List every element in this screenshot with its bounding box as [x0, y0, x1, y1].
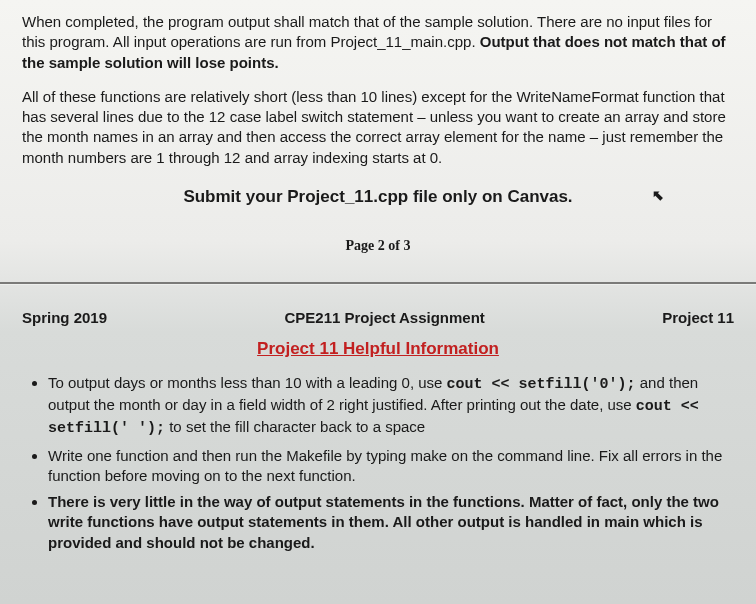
- header-term: Spring 2019: [22, 308, 107, 328]
- bullet1-text-c: to set the fill character back to a spac…: [165, 418, 425, 435]
- header-title: CPE211 Project Assignment: [107, 308, 662, 328]
- helpful-info-list: To output days or months less than 10 wi…: [22, 373, 734, 553]
- document-header: Spring 2019 CPE211 Project Assignment Pr…: [22, 308, 734, 328]
- paragraph-functions-short: All of these functions are relatively sh…: [22, 87, 734, 168]
- list-item: To output days or months less than 10 wi…: [48, 373, 734, 440]
- header-project: Project 11: [662, 308, 734, 328]
- bullet1-code1: cout << setfill('0');: [447, 376, 636, 393]
- submit-instruction-text: Submit your Project_11.cpp file only on …: [183, 187, 572, 206]
- section-title: Project 11 Helpful Information: [22, 338, 734, 361]
- list-item: There is very little in the way of outpu…: [48, 492, 734, 553]
- page-divider: [0, 282, 756, 284]
- list-item: Write one function and then run the Make…: [48, 446, 734, 487]
- cursor-icon: ⬉: [652, 186, 664, 205]
- submit-instruction: Submit your Project_11.cpp file only on …: [22, 186, 734, 209]
- paragraph-output-match: When completed, the program output shall…: [22, 12, 734, 73]
- bullet1-text-a: To output days or months less than 10 wi…: [48, 374, 447, 391]
- page-number: Page 2 of 3: [22, 237, 734, 256]
